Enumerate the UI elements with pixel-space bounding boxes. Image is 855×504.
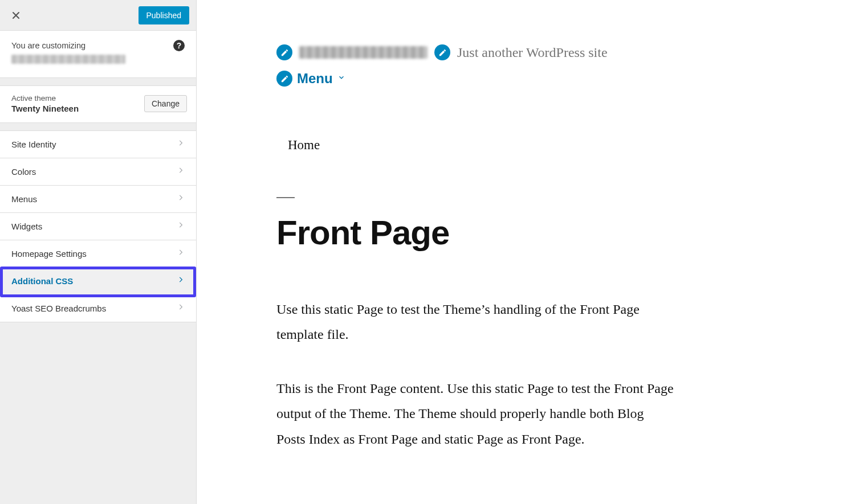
edit-site-title-button[interactable] [276, 44, 292, 60]
content-paragraph: Use this static Page to test the Theme’s… [276, 297, 675, 347]
chevron-right-icon [177, 303, 185, 313]
close-button[interactable] [0, 0, 32, 31]
site-name-redacted [11, 55, 125, 64]
site-header: Just another WordPress site Menu [276, 44, 821, 87]
menu-item-yoast-breadcrumbs[interactable]: Yoast SEO Breadcrumbs [0, 295, 196, 322]
chevron-right-icon [177, 276, 185, 286]
chevron-down-icon[interactable] [337, 73, 345, 84]
site-preview: Just another WordPress site Menu Home Fr… [197, 0, 855, 504]
title-accent [276, 197, 295, 198]
chevron-right-icon [177, 221, 185, 231]
page-title: Front Page [276, 213, 821, 252]
menu-item-colors[interactable]: Colors [0, 158, 196, 186]
menu-item-label: Site Identity [11, 140, 56, 149]
chevron-right-icon [177, 139, 185, 149]
menu-item-additional-css[interactable]: Additional CSS [0, 268, 196, 295]
chevron-right-icon [177, 248, 185, 259]
edit-tagline-button[interactable] [434, 44, 450, 60]
menu-item-label: Menus [11, 194, 37, 204]
menu-item-label: Widgets [11, 222, 42, 231]
content-paragraph: This is the Front Page content. Use this… [276, 376, 675, 452]
help-icon[interactable]: ? [173, 40, 185, 51]
pencil-icon [280, 48, 289, 57]
primary-menu-row: Menu [276, 71, 821, 87]
active-theme-label: Active theme [11, 94, 79, 103]
customizer-sidebar: Published You are customizing ? Active t… [0, 0, 197, 504]
site-title-redacted [299, 46, 427, 59]
publish-button[interactable]: Published [139, 6, 190, 24]
active-theme-row: Active theme Twenty Nineteen Change [0, 86, 196, 123]
site-tagline: Just another WordPress site [457, 45, 608, 60]
change-theme-button[interactable]: Change [144, 95, 187, 112]
menu-item-widgets[interactable]: Widgets [0, 213, 196, 240]
customizer-menu-list: Site Identity Colors Menus Widgets Homep… [0, 131, 196, 322]
breadcrumb[interactable]: Home [288, 138, 821, 153]
theme-name: Twenty Nineteen [11, 104, 79, 113]
close-icon [10, 10, 22, 21]
pencil-icon [438, 48, 447, 57]
customizing-header: You are customizing ? [0, 31, 196, 78]
menu-item-label: Homepage Settings [11, 249, 87, 259]
menu-link[interactable]: Menu [297, 71, 333, 87]
chevron-right-icon [177, 194, 185, 204]
menu-item-label: Colors [11, 167, 36, 177]
menu-item-menus[interactable]: Menus [0, 186, 196, 213]
menu-item-homepage-settings[interactable]: Homepage Settings [0, 240, 196, 268]
customizing-label: You are customizing [11, 40, 125, 51]
chevron-right-icon [177, 166, 185, 177]
menu-item-label: Additional CSS [11, 276, 73, 286]
menu-item-site-identity[interactable]: Site Identity [0, 131, 196, 158]
menu-item-label: Yoast SEO Breadcrumbs [11, 304, 106, 313]
pencil-icon [280, 75, 289, 83]
edit-menu-button[interactable] [276, 71, 292, 87]
